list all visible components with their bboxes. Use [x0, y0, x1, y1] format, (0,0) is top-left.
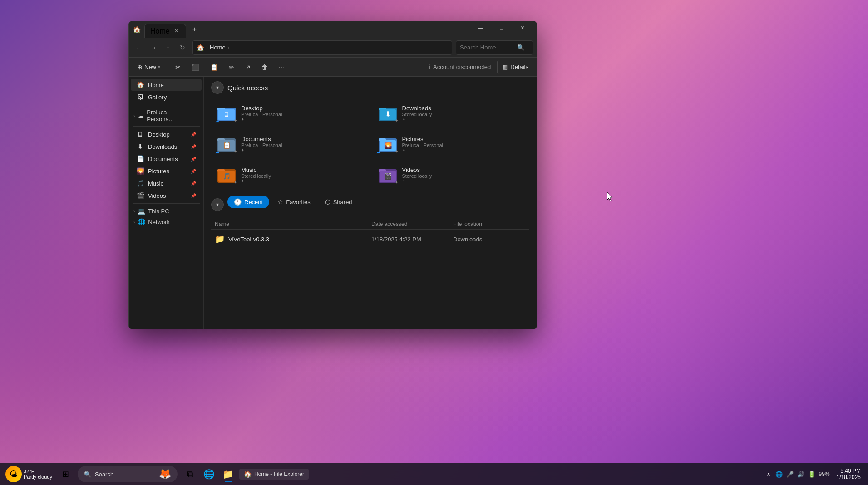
active-window-label: Home - File Explorer [254, 471, 304, 477]
new-button[interactable]: ⊕ New ▾ [133, 60, 165, 74]
videos-pin-icon: 📌 [191, 193, 196, 198]
mic-tray-icon[interactable]: 🎤 [785, 470, 795, 479]
quick-access-header: ▾ Quick access [211, 81, 529, 94]
taskbar-edge[interactable]: 🌐 [200, 465, 218, 483]
recent-collapse-button[interactable]: ▾ [211, 198, 224, 211]
sound-tray-icon[interactable]: 🔊 [796, 470, 806, 479]
sidebar-item-downloads[interactable]: ⬇ Downloads 📌 [131, 141, 202, 152]
refresh-button[interactable]: ↻ [176, 41, 189, 54]
weather-widget[interactable]: 🌤 32°F Partly cloudy [5, 466, 56, 482]
taskbar-file-explorer[interactable]: 📁 [219, 465, 237, 483]
battery-tray-icon[interactable]: 🔋 [807, 470, 817, 479]
sidebar-item-desktop[interactable]: 🖥 Desktop 📌 [131, 128, 202, 140]
close-button[interactable]: ✕ [512, 21, 533, 35]
cut-button[interactable]: ✂ [171, 60, 185, 74]
taskbar-task-view[interactable]: ⧉ [181, 465, 199, 483]
music-folder-icon-wrap: 🎵 ✦ [217, 165, 237, 185]
search-box[interactable]: 🔍 [456, 40, 533, 55]
folder-item-music[interactable]: 🎵 ✦ Music Stored locally ✦ [211, 161, 369, 188]
search-input[interactable] [460, 44, 514, 51]
details-button[interactable]: ▦ Details [497, 60, 533, 74]
sidebar-pictures-label: Pictures [148, 168, 169, 175]
folder-item-desktop[interactable]: 🖥 ☁ ✦ Desktop Preluca - Personal ✦ [211, 99, 369, 127]
documents-folder-icon-wrap: 📋 ☁ ✦ [217, 134, 237, 154]
pictures-sidebar-icon: 🌄 [136, 167, 144, 175]
breadcrumb-bar[interactable]: 🏠 › Home › [192, 40, 452, 55]
folder-item-downloads[interactable]: ⬇ ✦ Downloads Stored locally ✦ [372, 99, 530, 127]
folder-item-videos[interactable]: 🎬 ✦ Videos Stored locally ✦ [372, 161, 530, 188]
quick-access-collapse-button[interactable]: ▾ [211, 81, 224, 94]
sidebar-item-videos[interactable]: 🎬 Videos 📌 [131, 190, 202, 201]
preluca-section[interactable]: › ☁ Preluca - Persona... [129, 107, 203, 124]
home-icon: 🏠 [197, 44, 204, 51]
sidebar-item-gallery[interactable]: 🖼 Gallery [131, 91, 202, 103]
taskbar-search-icon: 🔍 [84, 471, 91, 478]
delete-icon: 🗑 [261, 64, 268, 71]
toolbar-right: ℹ Account disconnected ▦ Details [424, 60, 533, 74]
network-tray-icon[interactable]: 🌐 [774, 470, 784, 479]
sidebar-item-music[interactable]: 🎵 Music 📌 [131, 177, 202, 189]
network-section[interactable]: › 🌐 Network [129, 216, 203, 227]
clock-widget[interactable]: 5:40 PM 1/18/2025 [835, 467, 863, 481]
col-location: File location [453, 221, 526, 227]
main-panel: ▾ Quick access 🖥 [204, 77, 537, 329]
up-button[interactable]: ↑ [162, 41, 174, 54]
desktop-folder-icon-wrap: 🖥 ☁ ✦ [217, 103, 237, 123]
start-button[interactable]: ⊞ [58, 466, 74, 482]
this-pc-section[interactable]: › 💻 This PC [129, 206, 203, 216]
downloads-sync-badge: ✦ [395, 118, 399, 123]
tray-expand-button[interactable]: ∧ [765, 470, 772, 479]
expand-icon: › [133, 113, 135, 118]
file-name: ViVeTool-v0.3.3 [228, 236, 269, 243]
new-tab-button[interactable]: + [190, 24, 199, 34]
sidebar-documents-label: Documents [148, 156, 178, 162]
network-icon: 🌐 [138, 218, 145, 225]
tab-recent[interactable]: 🕐 Recent [227, 196, 269, 208]
folder-item-pictures[interactable]: 🌄 ☁ ✦ Pictures Preluca - Personal ✦ [372, 130, 530, 157]
toolbar: ⊕ New ▾ ✂ ⬛ 📋 ✏ ↗ 🗑 ··· ℹ Account di [129, 58, 537, 77]
downloads-folder-icon-wrap: ⬇ ✦ [378, 103, 398, 123]
more-icon: ··· [279, 64, 284, 71]
sidebar-item-documents[interactable]: 📄 Documents 📌 [131, 153, 202, 165]
tab-favorites[interactable]: ☆ Favorites [271, 196, 316, 208]
account-button[interactable]: ℹ Account disconnected [424, 60, 495, 74]
desktop-pin-icon: 📌 [191, 132, 196, 137]
details-label: Details [510, 64, 528, 70]
downloads-folder-name: Downloads [402, 105, 432, 112]
folder-item-documents[interactable]: 📋 ☁ ✦ Documents Preluca - Personal ✦ [211, 130, 369, 157]
forward-button[interactable]: → [147, 41, 160, 54]
music-sync-badge: ✦ [234, 180, 237, 185]
share-button[interactable]: ↗ [241, 60, 255, 74]
taskbar-search-box[interactable]: 🔍 Search 🦊 [78, 466, 178, 482]
svg-text:🖥: 🖥 [223, 111, 230, 118]
downloads-folder-info: Downloads Stored locally ✦ [402, 105, 432, 122]
active-window-button[interactable]: 🏠 Home - File Explorer [239, 469, 309, 480]
sidebar-item-pictures[interactable]: 🌄 Pictures 📌 [131, 165, 202, 177]
more-button[interactable]: ··· [274, 60, 289, 74]
clock-time: 5:40 PM [840, 468, 861, 474]
weather-temp: 32°F [24, 469, 34, 474]
table-row[interactable]: 📁 ViVeTool-v0.3.3 1/18/2025 4:22 PM Down… [211, 231, 529, 247]
documents-sync-badge: ✦ [234, 149, 237, 154]
delete-button[interactable]: 🗑 [257, 60, 272, 74]
active-tab[interactable]: Home ✕ [144, 24, 186, 38]
copy-button[interactable]: ⬛ [187, 60, 204, 74]
tray-icons: 🌐 🎤 🔊 🔋 99% [774, 470, 831, 479]
tab-shared[interactable]: ⬡ Shared [319, 196, 359, 208]
rename-button[interactable]: ✏ [224, 60, 239, 74]
paste-button[interactable]: 📋 [206, 60, 222, 74]
music-pin-icon: 📌 [191, 181, 196, 186]
sidebar-home-label: Home [148, 82, 164, 88]
tab-close-button[interactable]: ✕ [173, 27, 180, 35]
maximize-button[interactable]: □ [491, 21, 512, 35]
edge-icon: 🌐 [203, 469, 215, 480]
sidebar-divider-1 [133, 105, 200, 105]
content-area: 🏠 Home 🖼 Gallery › ☁ Preluca - Persona..… [129, 77, 537, 329]
sidebar-item-home[interactable]: 🏠 Home [131, 79, 202, 91]
back-button[interactable]: ← [133, 41, 145, 54]
preluca-label: Preluca - Persona... [147, 109, 199, 122]
search-icon: 🔍 [517, 44, 524, 51]
minimize-button[interactable]: — [470, 21, 491, 35]
videos-folder-icon-wrap: 🎬 ✦ [378, 165, 398, 185]
col-date: Date accessed [371, 221, 453, 227]
